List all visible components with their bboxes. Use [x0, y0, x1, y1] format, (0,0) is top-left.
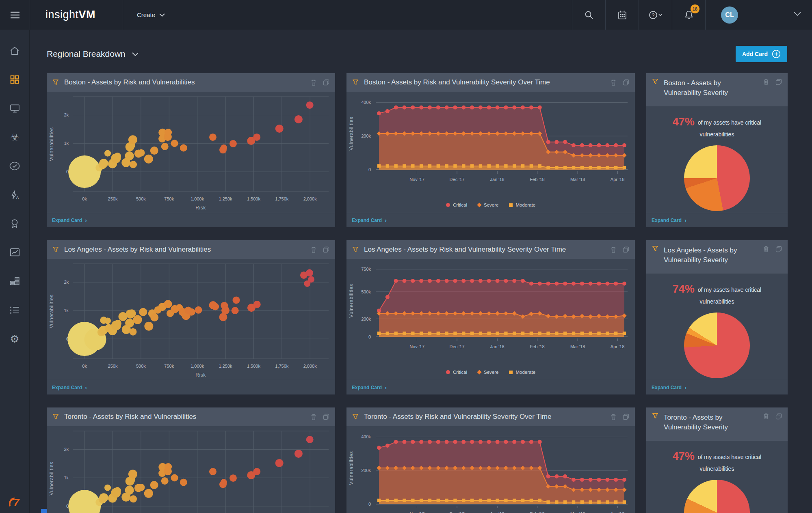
svg-text:500k: 500k — [136, 364, 146, 369]
delete-card-icon[interactable] — [763, 413, 769, 420]
legend-item: Severe — [478, 203, 498, 207]
expand-card-link[interactable]: Expand Card › — [346, 213, 635, 227]
severity-pie-chart — [684, 480, 750, 513]
card-title: Los Angeles - Assets by Risk and Vulnera… — [364, 245, 605, 254]
sidebar-item-home[interactable] — [0, 36, 30, 65]
card: Toronto - Assets by Vulnerability Severi… — [646, 407, 788, 513]
biohazard-icon: ☣ — [9, 131, 20, 143]
add-card-button[interactable]: Add Card — [736, 46, 787, 62]
list-icon — [9, 306, 20, 315]
expand-card-label: Expand Card — [52, 385, 82, 390]
stat-text: of my assets have critical vulnerabiliti… — [696, 287, 761, 305]
delete-card-icon[interactable] — [610, 246, 617, 253]
sidebar-item-containers[interactable] — [0, 267, 30, 295]
home-icon — [9, 46, 20, 56]
stat-percentage: 74% — [673, 283, 695, 295]
calendar-button[interactable] — [606, 0, 639, 30]
svg-text:2,000k: 2,000k — [303, 196, 317, 201]
expand-card-link[interactable]: Expand Card › — [346, 380, 635, 394]
square-marker-icon — [509, 371, 513, 374]
chevron-down-icon — [793, 11, 801, 16]
duplicate-card-icon[interactable] — [623, 246, 629, 253]
duplicate-card-icon[interactable] — [323, 414, 329, 420]
svg-text:Apr '18: Apr '18 — [611, 511, 625, 513]
duplicate-card-icon[interactable] — [623, 414, 629, 420]
delete-card-icon[interactable] — [310, 79, 317, 86]
expand-card-link[interactable]: Expand Card › — [47, 213, 335, 227]
critical-assets-stat: 74% of my assets have critical vulnerabi… — [664, 281, 770, 306]
svg-text:0: 0 — [368, 502, 371, 507]
dashboard-selector[interactable]: Regional Breakdown — [47, 49, 139, 59]
card-body: 400k200k0Nov '17Dec '17Jan '18Feb '18Mar… — [346, 426, 635, 513]
duplicate-card-icon[interactable] — [775, 246, 782, 252]
sidebar-item-goals[interactable] — [0, 209, 30, 238]
duplicate-card-icon[interactable] — [323, 246, 329, 253]
duplicate-card-icon[interactable] — [323, 79, 329, 86]
svg-text:0k: 0k — [82, 196, 87, 201]
monitor-icon — [9, 103, 20, 113]
card-title: Toronto - Assets by Risk and Vulnerabili… — [64, 412, 305, 422]
svg-text:Feb '18: Feb '18 — [530, 344, 544, 349]
svg-text:500k: 500k — [136, 196, 146, 201]
sidebar-item-automation[interactable]: A — [0, 180, 30, 209]
svg-text:☣: ☣ — [10, 131, 19, 143]
sidebar-item-queries[interactable] — [0, 295, 30, 324]
search-button[interactable] — [572, 0, 605, 30]
sidebar-item-reports[interactable] — [0, 238, 30, 267]
delete-card-icon[interactable] — [763, 246, 769, 252]
expand-card-label: Expand Card — [652, 385, 682, 390]
containers-icon — [9, 276, 20, 286]
duplicate-card-icon[interactable] — [775, 413, 782, 420]
hamburger-icon — [10, 11, 20, 19]
help-menu[interactable]: ? — [639, 0, 672, 30]
duplicate-card-icon[interactable] — [623, 79, 629, 86]
delete-card-icon[interactable] — [310, 414, 317, 420]
hamburger-menu-button[interactable] — [0, 0, 30, 30]
legend-item: Moderate — [509, 370, 535, 375]
svg-text:Risk: Risk — [195, 372, 206, 378]
svg-text:250k: 250k — [108, 364, 118, 369]
sidebar-item-vulnerabilities[interactable]: ☣ — [0, 123, 30, 151]
notifications-button[interactable]: 18 — [672, 0, 705, 30]
svg-text:Vulnerabilities: Vulnerabilities — [49, 127, 54, 161]
duplicate-card-icon[interactable] — [775, 79, 782, 85]
stat-text: of my assets have critical vulnerabiliti… — [696, 454, 761, 472]
chevron-right-icon: › — [85, 217, 87, 223]
delete-card-icon[interactable] — [610, 414, 617, 420]
svg-text:Jan '18: Jan '18 — [490, 177, 505, 182]
delete-card-icon[interactable] — [763, 78, 769, 85]
rapid7-logo: 7 — [6, 496, 24, 510]
delete-card-icon[interactable] — [310, 246, 317, 253]
page-title: Regional Breakdown — [47, 49, 126, 59]
filter-funnel-icon — [352, 79, 359, 86]
expand-card-link[interactable]: Expand Card › — [646, 380, 788, 394]
award-ribbon-icon — [9, 218, 20, 229]
card: Los Angeles - Assets by Vulnerability Se… — [646, 240, 788, 394]
expand-card-link[interactable]: Expand Card › — [47, 380, 335, 394]
card-header: Toronto - Assets by Risk and Vulnerabili… — [47, 407, 335, 426]
diamond-marker-icon — [477, 203, 481, 207]
svg-text:0k: 0k — [82, 364, 87, 369]
main-content: Regional Breakdown Add Card Bos — [30, 30, 812, 513]
sidebar-item-dashboard[interactable] — [0, 65, 30, 94]
svg-text:Vulnerabilities: Vulnerabilities — [349, 284, 354, 317]
card-title: Toronto - Assets by Vulnerability Severi… — [664, 413, 758, 432]
svg-text:Nov '17: Nov '17 — [409, 177, 424, 182]
sidebar-item-assets[interactable] — [0, 94, 30, 123]
area-chart: 400k200k0Nov '17Dec '17Jan '18Feb '18Mar… — [346, 92, 635, 198]
sidebar-item-policies[interactable] — [0, 151, 30, 180]
severity-pie-chart — [684, 145, 750, 211]
svg-text:750k: 750k — [164, 196, 174, 201]
delete-card-icon[interactable] — [610, 79, 617, 86]
expand-card-label: Expand Card — [52, 218, 82, 223]
top-bar: insightVM Create — [0, 0, 812, 30]
svg-text:Mar '18: Mar '18 — [570, 511, 585, 513]
card-header: Los Angeles - Assets by Risk and Vulnera… — [346, 240, 635, 259]
card-header: Toronto - Assets by Vulnerability Severi… — [646, 407, 788, 441]
card-body: 0k250k500k750k1,000k1,250k1,500k1,750k2,… — [47, 92, 335, 213]
sidebar-item-settings[interactable]: ⚙ — [0, 324, 30, 353]
svg-text:0: 0 — [66, 169, 69, 174]
user-menu[interactable]: CL — [706, 0, 812, 30]
expand-card-link[interactable]: Expand Card › — [646, 213, 788, 227]
create-menu[interactable]: Create — [123, 0, 179, 30]
